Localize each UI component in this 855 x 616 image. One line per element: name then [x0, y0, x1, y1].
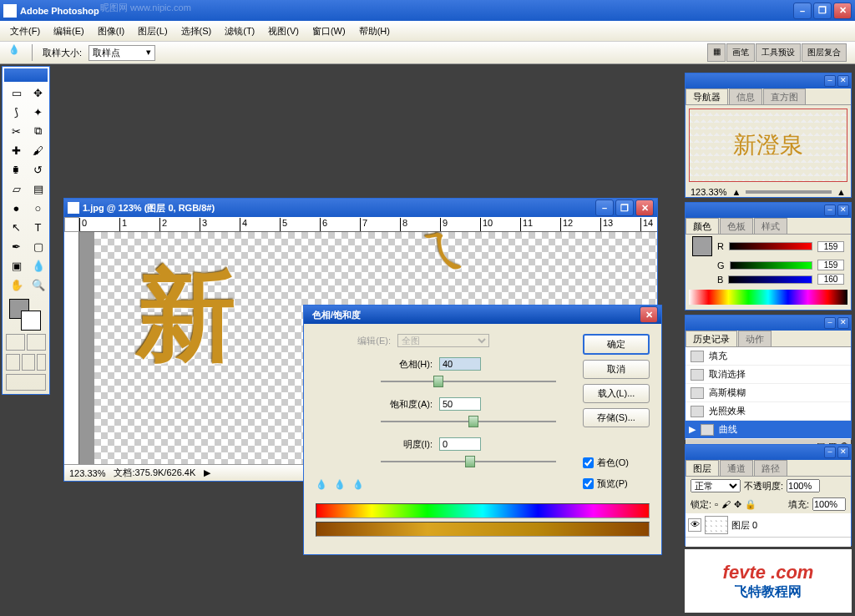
lightness-slider[interactable]: [381, 454, 556, 471]
type-tool[interactable]: T: [28, 218, 48, 236]
eyedropper-tool[interactable]: 💧: [28, 256, 48, 275]
hue-slider[interactable]: [381, 374, 556, 391]
hand-tool[interactable]: ✋: [6, 275, 27, 294]
shape-tool[interactable]: ▢: [28, 237, 48, 255]
doc-maximize-button[interactable]: ❐: [615, 199, 634, 216]
hue-input[interactable]: [439, 357, 481, 371]
zoom-tool[interactable]: 🔍: [28, 275, 48, 294]
move-tool[interactable]: ✥: [28, 83, 48, 102]
minimize-button[interactable]: –: [793, 3, 812, 19]
lock-trans-icon[interactable]: ▫: [715, 499, 718, 509]
vertical-ruler[interactable]: [64, 232, 79, 464]
menu-view[interactable]: 视图(V): [261, 23, 306, 39]
panel-minimize-button[interactable]: –: [824, 447, 836, 458]
lock-move-icon[interactable]: ✥: [734, 499, 741, 510]
heal-tool[interactable]: ✚: [6, 141, 27, 159]
slice-tool[interactable]: ⧉: [28, 122, 48, 140]
screen-mode-2[interactable]: [22, 354, 36, 371]
color-spectrum[interactable]: [689, 290, 847, 305]
current-color-swatch[interactable]: [692, 236, 712, 256]
history-brush-tool[interactable]: ↺: [28, 160, 48, 179]
menu-filter[interactable]: 滤镜(T): [218, 23, 261, 39]
lasso-tool[interactable]: ⟆: [6, 103, 27, 121]
eyedropper-sub-icon[interactable]: 💧: [352, 479, 364, 490]
g-slider[interactable]: [730, 261, 812, 270]
r-value[interactable]: 159: [817, 241, 844, 252]
lightness-input[interactable]: [439, 437, 481, 451]
panel-close-button[interactable]: ✕: [837, 317, 849, 329]
eraser-tool[interactable]: ▱: [6, 179, 27, 198]
tab-layers[interactable]: 图层: [686, 460, 719, 476]
lock-all-icon[interactable]: 🔒: [745, 499, 756, 510]
maximize-button[interactable]: ❐: [813, 3, 832, 19]
close-button[interactable]: ✕: [833, 3, 852, 19]
menu-edit[interactable]: 编辑(E): [47, 23, 91, 39]
eyedropper-icon[interactable]: 💧: [8, 44, 25, 61]
zoom-out-icon[interactable]: ▲: [731, 187, 741, 197]
history-item[interactable]: 填充: [686, 347, 851, 366]
eyedropper-add-icon[interactable]: 💧: [334, 479, 346, 490]
layer-row[interactable]: 👁 图层 0: [686, 513, 851, 538]
menu-layer[interactable]: 图层(L): [131, 23, 174, 39]
lock-paint-icon[interactable]: 🖌: [721, 499, 731, 509]
preview-checkbox[interactable]: [583, 478, 594, 489]
standard-mode[interactable]: [6, 334, 25, 351]
menu-help[interactable]: 帮助(H): [352, 23, 397, 39]
navigator-preview[interactable]: 新澄泉: [689, 109, 847, 182]
menu-window[interactable]: 窗口(W): [306, 23, 352, 39]
path-tool[interactable]: ↖: [6, 218, 27, 236]
screen-mode-3[interactable]: [37, 354, 46, 371]
panel-close-button[interactable]: ✕: [837, 75, 849, 87]
sample-size-dropdown[interactable]: 取样点▾: [89, 45, 155, 61]
wand-tool[interactable]: ✦: [28, 103, 48, 121]
ruler-origin[interactable]: [64, 217, 79, 232]
marquee-tool[interactable]: ▭: [6, 83, 27, 102]
dodge-tool[interactable]: ○: [28, 199, 48, 217]
tab-styles[interactable]: 样式: [754, 218, 787, 234]
tab-info[interactable]: 信息: [729, 88, 762, 104]
b-slider[interactable]: [728, 275, 812, 284]
dialog-close-button[interactable]: ✕: [640, 306, 658, 323]
r-slider[interactable]: [729, 242, 812, 250]
ok-button[interactable]: 确定: [583, 334, 650, 355]
saturation-input[interactable]: [439, 397, 481, 411]
right-tab-presets[interactable]: 工具预设: [756, 43, 801, 62]
horizontal-ruler[interactable]: 01234567891011121314: [79, 217, 657, 232]
blur-tool[interactable]: ●: [6, 199, 27, 217]
save-button[interactable]: 存储(S)...: [583, 408, 650, 427]
panel-minimize-button[interactable]: –: [824, 317, 836, 329]
nav-zoom-value[interactable]: 123.33%: [691, 187, 726, 197]
saturation-slider[interactable]: [381, 414, 556, 431]
gradient-tool[interactable]: ▤: [28, 179, 48, 198]
history-item[interactable]: 光照效果: [686, 402, 851, 421]
panel-close-button[interactable]: ✕: [837, 447, 849, 458]
stamp-tool[interactable]: ⧯: [6, 160, 27, 179]
tab-history[interactable]: 历史记录: [686, 331, 737, 346]
load-button[interactable]: 载入(L)...: [583, 384, 650, 403]
layer-name[interactable]: 图层 0: [731, 519, 757, 532]
cancel-button[interactable]: 取消: [583, 360, 650, 379]
palette-well-icon[interactable]: ▦: [707, 43, 726, 62]
tab-paths[interactable]: 路径: [754, 460, 787, 476]
panel-close-button[interactable]: ✕: [837, 204, 849, 216]
tab-channels[interactable]: 通道: [720, 460, 753, 476]
zoom-in-icon[interactable]: ▲: [837, 187, 846, 197]
tab-actions[interactable]: 动作: [738, 331, 772, 346]
tab-navigator[interactable]: 导航器: [686, 88, 728, 104]
tab-histogram[interactable]: 直方图: [763, 88, 806, 104]
crop-tool[interactable]: ✂: [6, 122, 27, 140]
doc-zoom[interactable]: 123.33%: [69, 468, 105, 478]
fill-input[interactable]: [812, 497, 846, 511]
screen-mode-1[interactable]: [6, 354, 20, 371]
history-item[interactable]: 取消选择: [686, 366, 851, 384]
tab-color[interactable]: 颜色: [686, 218, 719, 234]
quickmask-mode[interactable]: [27, 334, 46, 351]
color-swatches[interactable]: [4, 295, 48, 332]
history-item-current[interactable]: ▶曲线: [686, 421, 851, 439]
b-value[interactable]: 160: [817, 274, 844, 285]
tab-swatches[interactable]: 色板: [720, 218, 753, 234]
brush-tool[interactable]: 🖌: [28, 141, 48, 159]
background-color[interactable]: [21, 311, 41, 331]
notes-tool[interactable]: ▣: [6, 256, 27, 275]
g-value[interactable]: 159: [817, 260, 844, 270]
